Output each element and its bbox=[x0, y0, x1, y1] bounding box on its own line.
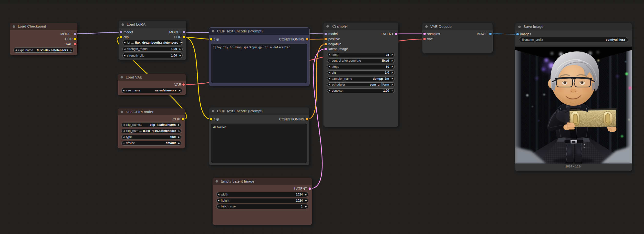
increment-arrow-icon[interactable]: ▶ bbox=[390, 60, 394, 62]
input-slot-dot-clip[interactable] bbox=[120, 36, 122, 38]
decrement-arrow-icon[interactable]: ◀ bbox=[216, 206, 221, 208]
node-collapse-dot-icon[interactable] bbox=[216, 180, 218, 183]
input-slot-dot-images[interactable] bbox=[516, 33, 519, 35]
output-slot-dot-CONDITIONING[interactable] bbox=[306, 118, 308, 120]
increment-arrow-icon[interactable]: ▶ bbox=[390, 66, 394, 68]
decrement-arrow-icon[interactable]: ◀ bbox=[122, 48, 127, 50]
decrement-arrow-icon[interactable]: ◀ bbox=[122, 130, 126, 132]
node-load-checkpoint[interactable]: Load CheckpointMODELCLIPVAE◀ckpt_nameflu… bbox=[10, 23, 78, 55]
output-slot-dot-IMAGE[interactable] bbox=[489, 33, 492, 35]
node-collapse-dot-icon[interactable] bbox=[212, 110, 214, 112]
node-load-lora[interactable]: Load LoRAmodelclipMODELCLIP◀lor ...flux_… bbox=[119, 21, 186, 60]
node-collapse-dot-icon[interactable] bbox=[425, 25, 428, 28]
output-slot-dot-CLIP[interactable] bbox=[74, 38, 76, 40]
preview-image[interactable] bbox=[515, 46, 632, 164]
output-slot-dot-VAE[interactable] bbox=[74, 43, 76, 45]
input-slot-dot-vae[interactable] bbox=[423, 38, 426, 40]
input-slot-dot-positive[interactable] bbox=[324, 38, 327, 40]
increment-arrow-icon[interactable]: ▶ bbox=[179, 41, 182, 44]
output-slot-dot-CLIP[interactable] bbox=[182, 118, 184, 120]
node-clip-text-encode-positive[interactable]: CLIP Text Encode (Prompt)clipCONDITIONIN… bbox=[209, 27, 309, 86]
output-slot-dot-MODEL[interactable] bbox=[183, 31, 185, 33]
increment-arrow-icon[interactable]: ▶ bbox=[304, 194, 308, 196]
node-clip-text-encode-negative[interactable]: CLIP Text Encode (Prompt)clipCONDITIONIN… bbox=[209, 107, 309, 165]
output-slot-dot-CLIP[interactable] bbox=[183, 36, 185, 38]
decrement-arrow-icon[interactable]: ◀ bbox=[327, 84, 332, 86]
node-dualcliploader[interactable]: DualCLIPLoaderCLIP◀clip_name1clip_l.safe… bbox=[118, 108, 185, 148]
prompt-textarea[interactable]: tjtoy toy holding sparkgpu gpu in a data… bbox=[211, 44, 307, 83]
prompt-textarea[interactable]: deformed bbox=[211, 124, 307, 163]
node-titlebar[interactable]: Load VAE bbox=[118, 74, 186, 81]
decrement-arrow-icon[interactable]: ◀ bbox=[122, 142, 126, 144]
node-load-vae[interactable]: Load VAEVAE◀vae_nameae.safetensors▶ bbox=[118, 74, 186, 95]
widget-seed[interactable]: ◀seed25▶ bbox=[327, 53, 395, 57]
widget-height[interactable]: ◀height1024▶ bbox=[216, 198, 308, 203]
input-slot-dot-clip[interactable] bbox=[210, 118, 212, 120]
increment-arrow-icon[interactable]: ▶ bbox=[177, 142, 181, 144]
node-collapse-dot-icon[interactable] bbox=[120, 76, 123, 78]
decrement-arrow-icon[interactable]: ◀ bbox=[327, 77, 332, 80]
decrement-arrow-icon[interactable]: ◀ bbox=[14, 49, 18, 51]
node-titlebar[interactable]: Empty Latent Image bbox=[213, 178, 312, 185]
decrement-arrow-icon[interactable]: ◀ bbox=[122, 124, 126, 126]
comfyui-graph-canvas[interactable]: Load CheckpointMODELCLIPVAE◀ckpt_nameflu… bbox=[0, 0, 644, 234]
decrement-arrow-icon[interactable]: ◀ bbox=[122, 41, 127, 44]
widget-scheduler[interactable]: ◀schedulersgm_uniform▶ bbox=[327, 82, 395, 87]
output-slot-dot-CONDITIONING[interactable] bbox=[306, 38, 308, 40]
output-slot-dot-LATENT[interactable] bbox=[308, 188, 311, 190]
increment-arrow-icon[interactable]: ▶ bbox=[390, 54, 394, 56]
widget-batch_size[interactable]: ◀batch_size1▶ bbox=[216, 204, 308, 209]
widget-steps[interactable]: ◀steps50▶ bbox=[327, 65, 395, 69]
node-empty-latent-image[interactable]: Empty Latent ImageLATENT◀width1024▶◀heig… bbox=[213, 178, 312, 225]
decrement-arrow-icon[interactable]: ◀ bbox=[327, 72, 332, 74]
decrement-arrow-icon[interactable]: ◀ bbox=[327, 66, 332, 68]
decrement-arrow-icon[interactable]: ◀ bbox=[327, 60, 332, 62]
node-collapse-dot-icon[interactable] bbox=[13, 25, 15, 28]
widget-lor[interactable]: ◀lor ...flux_dreambooth.safetensors▶ bbox=[122, 40, 182, 45]
increment-arrow-icon[interactable]: ▶ bbox=[177, 136, 181, 138]
node-titlebar[interactable]: Load Checkpoint bbox=[10, 23, 78, 30]
input-slot-dot-samples[interactable] bbox=[423, 33, 426, 35]
node-collapse-dot-icon[interactable] bbox=[212, 30, 214, 32]
node-collapse-dot-icon[interactable] bbox=[120, 111, 123, 113]
node-vae-decode[interactable]: VAE DecodesamplesvaeIMAGE bbox=[422, 23, 493, 53]
node-titlebar[interactable]: CLIP Text Encode (Prompt) bbox=[209, 27, 309, 35]
widget-type[interactable]: ◀typeflux▶ bbox=[121, 135, 182, 139]
increment-arrow-icon[interactable]: ▶ bbox=[177, 124, 181, 126]
widget-cfg[interactable]: ◀cfg1.0▶ bbox=[327, 70, 395, 75]
output-slot-dot-MODEL[interactable] bbox=[74, 33, 76, 35]
widget-clip_name1[interactable]: ◀clip_name1clip_l.safetensors▶ bbox=[121, 123, 182, 127]
decrement-arrow-icon[interactable]: ◀ bbox=[327, 54, 332, 56]
node-titlebar[interactable]: KSampler bbox=[324, 23, 398, 30]
widget-denoise[interactable]: ◀denoise1.00▶ bbox=[327, 88, 395, 93]
widget-vae_name[interactable]: ◀vae_nameae.safetensors▶ bbox=[121, 88, 182, 93]
widget-filename_prefix[interactable]: filename_prefixcomfyui_lora bbox=[519, 37, 628, 42]
widget-controlaftergenerate[interactable]: ◀control after generatefixed▶ bbox=[327, 58, 395, 63]
decrement-arrow-icon[interactable]: ◀ bbox=[327, 89, 332, 92]
node-titlebar[interactable]: CLIP Text Encode (Prompt) bbox=[209, 107, 309, 115]
node-save-image[interactable]: Save Imageimagesfilename_prefixcomfyui_l… bbox=[515, 23, 632, 171]
output-slot-dot-VAE[interactable] bbox=[182, 83, 185, 86]
increment-arrow-icon[interactable]: ▶ bbox=[304, 206, 308, 208]
node-titlebar[interactable]: Load LoRA bbox=[119, 21, 186, 28]
increment-arrow-icon[interactable]: ▶ bbox=[69, 49, 74, 51]
node-titlebar[interactable]: Save Image bbox=[515, 23, 632, 30]
input-slot-dot-negative[interactable] bbox=[324, 43, 327, 45]
widget-width[interactable]: ◀width1024▶ bbox=[216, 192, 308, 197]
node-collapse-dot-icon[interactable] bbox=[518, 25, 521, 28]
decrement-arrow-icon[interactable]: ◀ bbox=[122, 136, 126, 138]
increment-arrow-icon[interactable]: ▶ bbox=[178, 48, 182, 50]
increment-arrow-icon[interactable]: ▶ bbox=[178, 54, 182, 56]
widget-sampler_name[interactable]: ◀sampler_namedpmpp_2m▶ bbox=[327, 76, 395, 81]
decrement-arrow-icon[interactable]: ◀ bbox=[122, 54, 127, 56]
increment-arrow-icon[interactable]: ▶ bbox=[178, 89, 182, 92]
decrement-arrow-icon[interactable]: ◀ bbox=[216, 199, 221, 202]
output-slot-dot-LATENT[interactable] bbox=[395, 33, 398, 35]
node-collapse-dot-icon[interactable] bbox=[122, 23, 124, 26]
widget-clip_nam[interactable]: ◀clip_nam ...t5xxl_fp16.safetensors▶ bbox=[121, 129, 182, 133]
increment-arrow-icon[interactable]: ▶ bbox=[390, 84, 394, 86]
node-titlebar[interactable]: VAE Decode bbox=[422, 23, 493, 30]
widget-ckpt_name[interactable]: ◀ckpt_nameflux1-dev.safetensors▶ bbox=[14, 47, 74, 53]
node-ksampler[interactable]: KSamplermodelpositivenegativelatent_imag… bbox=[324, 23, 398, 127]
widget-device[interactable]: ◀devicedefault▶ bbox=[121, 141, 182, 146]
